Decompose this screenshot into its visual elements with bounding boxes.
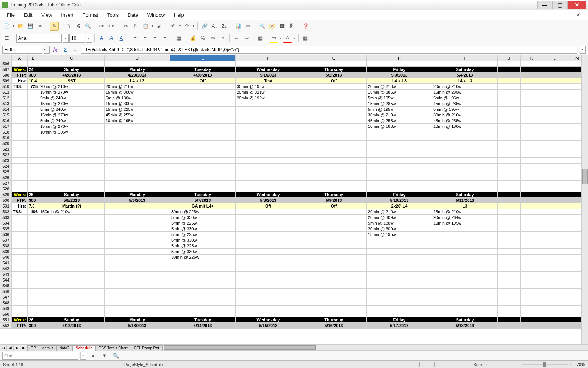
cell[interactable]: [105, 237, 170, 243]
cell[interactable]: 5/1/2013: [236, 72, 301, 78]
cell[interactable]: [498, 260, 521, 266]
cell[interactable]: [105, 300, 170, 306]
sheet-tab-details[interactable]: details: [39, 345, 57, 351]
spellcheck-icon[interactable]: ABC: [97, 22, 106, 31]
cell[interactable]: [521, 78, 543, 84]
row-header[interactable]: 551: [0, 317, 12, 323]
cell[interactable]: [432, 272, 498, 277]
cell[interactable]: [566, 277, 582, 283]
cell[interactable]: [543, 146, 566, 152]
cell[interactable]: [498, 61, 521, 67]
cell[interactable]: [566, 95, 582, 101]
cell[interactable]: 5/13/2013: [105, 323, 170, 329]
col-header-C[interactable]: C: [39, 55, 105, 61]
cell[interactable]: [543, 72, 566, 78]
cell[interactable]: 5/8/2013: [236, 198, 301, 203]
cell[interactable]: [498, 323, 521, 329]
cell[interactable]: 5/5/2013: [39, 198, 105, 203]
cell[interactable]: 15min @ 195w: [367, 232, 432, 237]
cell[interactable]: 5min @ 225w: [170, 243, 236, 249]
cell[interactable]: [543, 181, 566, 186]
col-header-I[interactable]: I: [432, 55, 498, 61]
cell[interactable]: [39, 266, 105, 272]
cell[interactable]: [566, 249, 582, 255]
cell[interactable]: [12, 95, 28, 101]
cell[interactable]: [521, 300, 543, 306]
cell[interactable]: [498, 124, 521, 129]
cell[interactable]: 5/10/2013: [367, 198, 432, 203]
cell[interactable]: Wednesday: [236, 192, 301, 198]
cell[interactable]: [543, 135, 566, 141]
cell[interactable]: [543, 84, 566, 90]
cell[interactable]: [12, 129, 28, 135]
cell[interactable]: [521, 232, 543, 237]
row-header[interactable]: 521: [0, 146, 12, 152]
cell[interactable]: [28, 215, 39, 220]
cell[interactable]: Hrs:: [12, 203, 28, 209]
cell[interactable]: [39, 186, 105, 192]
cell[interactable]: [236, 220, 301, 226]
cell[interactable]: [498, 186, 521, 192]
cell[interactable]: 4/30/2013: [170, 72, 236, 78]
row-header[interactable]: 543: [0, 272, 12, 277]
cell[interactable]: 5/9/2013: [301, 198, 367, 203]
cell[interactable]: [498, 277, 521, 283]
show-draw-icon[interactable]: ✏: [244, 22, 253, 31]
autospell-icon[interactable]: ABC: [107, 22, 116, 31]
cell[interactable]: 15min @ 210w: [432, 209, 498, 215]
cell[interactable]: [301, 272, 367, 277]
row-header[interactable]: 510: [0, 84, 12, 90]
cell[interactable]: L4 + L3: [105, 78, 170, 84]
cell[interactable]: [521, 101, 543, 107]
cell[interactable]: Test: [236, 78, 301, 84]
cell[interactable]: [301, 209, 367, 215]
cell[interactable]: [543, 141, 566, 146]
cell[interactable]: Tuesday: [170, 317, 236, 323]
cell[interactable]: [367, 135, 432, 141]
cell[interactable]: [498, 311, 521, 317]
cell[interactable]: [367, 260, 432, 266]
cell[interactable]: [498, 175, 521, 181]
cell[interactable]: Friday: [367, 192, 432, 198]
cell[interactable]: 5/4/2013: [432, 72, 498, 78]
cell[interactable]: [301, 249, 367, 255]
cell[interactable]: [28, 249, 39, 255]
cell[interactable]: [521, 146, 543, 152]
cell[interactable]: [498, 107, 521, 112]
cell[interactable]: 45min @ 255w: [367, 118, 432, 124]
zoom-slider[interactable]: [522, 364, 568, 365]
cell[interactable]: [105, 146, 170, 152]
cell[interactable]: [28, 243, 39, 249]
cell[interactable]: [236, 243, 301, 249]
cell[interactable]: [12, 186, 28, 192]
bold-icon[interactable]: A: [97, 34, 106, 43]
email-icon[interactable]: ✉: [36, 22, 45, 31]
cell[interactable]: [432, 306, 498, 311]
cell[interactable]: [236, 266, 301, 272]
align-center-icon[interactable]: ≡: [141, 34, 150, 43]
cell[interactable]: 30min @ 210w: [367, 112, 432, 118]
cell[interactable]: [39, 152, 105, 158]
find-replace-icon[interactable]: 🔍: [258, 22, 267, 31]
cell[interactable]: [498, 232, 521, 237]
cell[interactable]: [301, 215, 367, 220]
cell[interactable]: [521, 164, 543, 169]
cell[interactable]: [521, 311, 543, 317]
paste-dropdown-icon[interactable]: ▾: [151, 24, 154, 28]
cell[interactable]: 300: [28, 72, 39, 78]
cell[interactable]: [566, 209, 582, 215]
cell[interactable]: [236, 260, 301, 266]
cell[interactable]: [566, 266, 582, 272]
cell[interactable]: [301, 112, 367, 118]
cell[interactable]: [105, 181, 170, 186]
cell[interactable]: Friday: [367, 317, 432, 323]
add-decimal-icon[interactable]: .00: [208, 34, 217, 43]
menu-help[interactable]: Help: [169, 11, 189, 19]
col-header-J[interactable]: J: [498, 55, 521, 61]
borders-icon[interactable]: ▦: [256, 34, 265, 43]
cell[interactable]: [432, 237, 498, 243]
cell[interactable]: [432, 186, 498, 192]
cell[interactable]: [236, 152, 301, 158]
chart-icon[interactable]: 📊: [234, 22, 243, 31]
cell[interactable]: [170, 61, 236, 67]
